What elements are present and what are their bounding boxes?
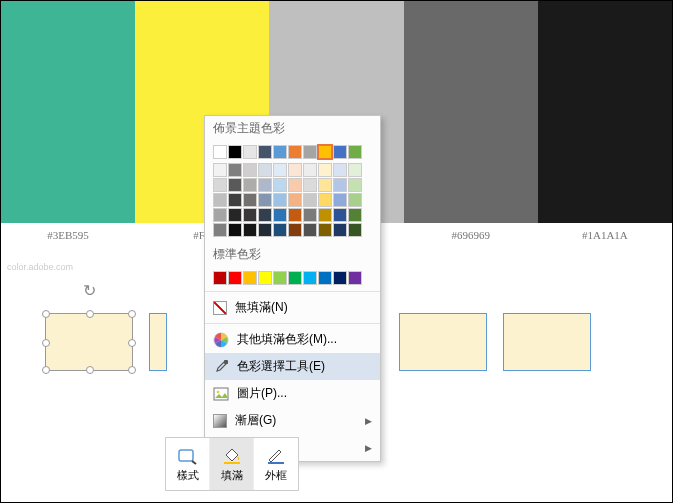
color-swatch[interactable]	[348, 163, 362, 177]
color-swatch[interactable]	[303, 193, 317, 207]
color-swatch[interactable]	[273, 208, 287, 222]
menu-eyedropper[interactable]: 色彩選擇工具(E)	[205, 353, 380, 380]
svg-rect-4	[179, 450, 193, 461]
shape-rect-1[interactable]	[45, 313, 133, 371]
color-swatch[interactable]	[258, 223, 272, 237]
color-swatch[interactable]	[213, 208, 227, 222]
color-swatch[interactable]	[333, 163, 347, 177]
color-swatch[interactable]	[348, 223, 362, 237]
rotate-handle-icon[interactable]: ↻	[83, 281, 99, 297]
svg-rect-5	[224, 462, 240, 464]
toolbar-fill-button[interactable]: 填滿	[210, 438, 254, 490]
color-swatch[interactable]	[228, 271, 242, 285]
color-swatch[interactable]	[318, 163, 332, 177]
color-swatch[interactable]	[303, 223, 317, 237]
shape-rect-4[interactable]	[503, 313, 591, 371]
picture-icon	[213, 386, 229, 402]
svg-rect-2	[214, 388, 228, 400]
menu-gradient-label: 漸層(G)	[235, 412, 276, 429]
toolbar-outline-button[interactable]: 外框	[254, 438, 298, 490]
color-swatch[interactable]	[288, 193, 302, 207]
outline-pen-icon	[266, 446, 286, 466]
color-swatch[interactable]	[318, 145, 332, 159]
color-swatch[interactable]	[228, 145, 242, 159]
eyedropper-icon	[213, 359, 229, 375]
color-swatch[interactable]	[258, 208, 272, 222]
color-swatch[interactable]	[258, 178, 272, 192]
color-swatch[interactable]	[273, 163, 287, 177]
color-swatch[interactable]	[243, 223, 257, 237]
color-wheel-icon	[213, 332, 229, 348]
color-swatch[interactable]	[228, 193, 242, 207]
toolbar-style-label: 樣式	[177, 468, 199, 483]
color-swatch[interactable]	[318, 208, 332, 222]
color-swatch[interactable]	[258, 271, 272, 285]
color-swatch[interactable]	[243, 145, 257, 159]
color-swatch[interactable]	[333, 193, 347, 207]
menu-eyedropper-label: 色彩選擇工具(E)	[237, 358, 325, 375]
gradient-icon	[213, 414, 227, 428]
color-swatch[interactable]	[333, 178, 347, 192]
color-swatch[interactable]	[213, 145, 227, 159]
color-swatch[interactable]	[243, 178, 257, 192]
color-swatch[interactable]	[288, 163, 302, 177]
color-swatch[interactable]	[243, 163, 257, 177]
color-swatch[interactable]	[348, 208, 362, 222]
color-swatch[interactable]	[348, 271, 362, 285]
menu-gradient[interactable]: 漸層(G) ▶	[205, 407, 380, 434]
color-swatch[interactable]	[258, 163, 272, 177]
credit-text: color.adobe.com	[7, 262, 73, 272]
menu-picture[interactable]: 圖片(P)...	[205, 380, 380, 407]
color-swatch[interactable]	[288, 208, 302, 222]
color-swatch[interactable]	[213, 163, 227, 177]
color-swatch[interactable]	[348, 145, 362, 159]
color-swatch[interactable]	[348, 178, 362, 192]
menu-no-fill-label: 無填滿(N)	[235, 299, 288, 316]
color-swatch[interactable]	[243, 193, 257, 207]
menu-no-fill[interactable]: 無填滿(N)	[205, 294, 380, 321]
color-swatch[interactable]	[258, 145, 272, 159]
shape-rect-3[interactable]	[399, 313, 487, 371]
color-swatch[interactable]	[333, 208, 347, 222]
color-swatch[interactable]	[333, 271, 347, 285]
shape-mini-toolbar: 樣式 填滿 外框	[165, 437, 299, 491]
color-swatch[interactable]	[288, 178, 302, 192]
toolbar-style-button[interactable]: 樣式	[166, 438, 210, 490]
color-swatch[interactable]	[273, 145, 287, 159]
color-swatch[interactable]	[228, 163, 242, 177]
color-swatch[interactable]	[213, 193, 227, 207]
color-swatch[interactable]	[333, 223, 347, 237]
color-swatch[interactable]	[273, 178, 287, 192]
color-swatch[interactable]	[318, 271, 332, 285]
color-swatch[interactable]	[228, 178, 242, 192]
color-swatch[interactable]	[318, 193, 332, 207]
color-swatch[interactable]	[303, 145, 317, 159]
palette-swatch-4	[404, 1, 538, 223]
color-swatch[interactable]	[303, 178, 317, 192]
color-swatch[interactable]	[228, 223, 242, 237]
color-swatch[interactable]	[258, 193, 272, 207]
color-swatch[interactable]	[213, 223, 227, 237]
color-swatch[interactable]	[288, 271, 302, 285]
color-swatch[interactable]	[318, 223, 332, 237]
color-swatch[interactable]	[273, 193, 287, 207]
color-swatch[interactable]	[273, 223, 287, 237]
color-swatch[interactable]	[213, 271, 227, 285]
color-swatch[interactable]	[243, 271, 257, 285]
color-swatch[interactable]	[303, 208, 317, 222]
color-swatch[interactable]	[273, 271, 287, 285]
submenu-arrow-icon: ▶	[365, 416, 372, 426]
color-swatch[interactable]	[288, 145, 302, 159]
color-swatch[interactable]	[228, 208, 242, 222]
color-swatch[interactable]	[318, 178, 332, 192]
shape-rect-2[interactable]	[149, 313, 167, 371]
color-swatch[interactable]	[333, 145, 347, 159]
color-swatch[interactable]	[213, 178, 227, 192]
color-swatch[interactable]	[303, 163, 317, 177]
menu-more-fill-colors[interactable]: 其他填滿色彩(M)...	[205, 326, 380, 353]
palette-label-4: #696969	[404, 229, 538, 241]
color-swatch[interactable]	[303, 271, 317, 285]
color-swatch[interactable]	[243, 208, 257, 222]
color-swatch[interactable]	[348, 193, 362, 207]
color-swatch[interactable]	[288, 223, 302, 237]
